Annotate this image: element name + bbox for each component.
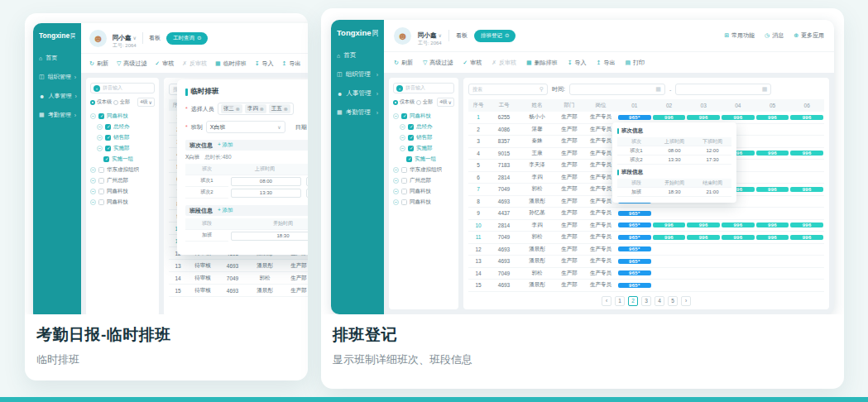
- close-icon[interactable]: ⊗: [260, 106, 264, 112]
- tree-checkbox[interactable]: [406, 156, 412, 162]
- toolbar-button-审核[interactable]: ✓审核: [463, 59, 482, 67]
- toolbar-button-高级过滤[interactable]: ▽高级过滤: [117, 60, 146, 68]
- cell-day[interactable]: [789, 196, 824, 208]
- cell-day[interactable]: [652, 256, 687, 267]
- shift-badge[interactable]: 996: [790, 115, 823, 120]
- cell-day[interactable]: [789, 280, 824, 291]
- cell-day[interactable]: 996: [721, 232, 755, 243]
- nav-label-board[interactable]: 看板: [149, 34, 161, 42]
- table-row[interactable]: 147049郭松生产部生产专员965*: [468, 268, 824, 280]
- cell-day[interactable]: 965*: [617, 256, 652, 267]
- cell-day[interactable]: [755, 124, 790, 136]
- cell-day[interactable]: 996: [652, 232, 687, 243]
- expand-icon[interactable]: −: [393, 178, 399, 184]
- cell-day[interactable]: [652, 280, 687, 291]
- tree-node-销售部[interactable]: −销售部: [90, 132, 155, 143]
- cell-day[interactable]: [755, 136, 790, 147]
- cell-day[interactable]: [652, 208, 687, 219]
- shift-badge[interactable]: 996: [653, 115, 686, 120]
- nav-label-board[interactable]: 看板: [456, 31, 468, 40]
- toolbar-button-临时排班[interactable]: ▦临时排班: [215, 60, 247, 68]
- date-to-input[interactable]: ▦: [675, 84, 771, 95]
- cell-day[interactable]: [755, 172, 790, 184]
- shift-badge[interactable]: 965*: [618, 211, 651, 216]
- tree-checkbox[interactable]: [408, 135, 414, 141]
- table-row[interactable]: 154693潘晨彤生产部生产专员965*: [468, 280, 824, 292]
- cell-day[interactable]: [721, 244, 755, 256]
- shift-badge[interactable]: 965*: [618, 235, 651, 240]
- radio-all[interactable]: [113, 100, 118, 105]
- tree-node-同鑫科技[interactable]: −同鑫科技: [393, 111, 454, 122]
- cell-day[interactable]: 996: [789, 148, 824, 160]
- tree-checkbox[interactable]: [105, 135, 111, 141]
- cell-day[interactable]: [755, 196, 790, 208]
- sidebar-item-首页[interactable]: ⌂首页: [39, 54, 75, 62]
- tree-search-input[interactable]: ‹ 拼音输入: [393, 83, 454, 93]
- user-info[interactable]: 同小鑫 ∨ 工号: 2064: [418, 25, 442, 46]
- tree-node-同鑫科技[interactable]: −同鑫科技: [90, 197, 155, 208]
- person-chip-王五[interactable]: 王五⊗: [269, 104, 290, 113]
- shift-badge[interactable]: 965*: [618, 115, 651, 120]
- cell-day[interactable]: [755, 244, 790, 256]
- shift-badge[interactable]: 965*: [618, 270, 651, 275]
- tree-node-总经办[interactable]: −总经办: [393, 122, 454, 132]
- cell-day[interactable]: 965*: [617, 112, 652, 123]
- shift-badge[interactable]: 965*: [618, 283, 651, 288]
- shift-badge[interactable]: 996: [687, 223, 720, 227]
- expand-icon[interactable]: −: [90, 199, 96, 205]
- tree-checkbox[interactable]: [105, 146, 111, 151]
- time-input[interactable]: 18:30: [231, 232, 308, 241]
- time-input[interactable]: 08:00: [231, 177, 301, 186]
- page-button-1[interactable]: 1: [615, 296, 625, 306]
- shift-badge[interactable]: 996: [756, 115, 789, 120]
- shift-badge[interactable]: 996: [756, 223, 789, 227]
- shift-badge[interactable]: 996: [687, 235, 720, 240]
- cell-day[interactable]: 996: [721, 112, 755, 123]
- expand-icon[interactable]: −: [97, 135, 103, 141]
- table-row[interactable]: 117049郭松生产部生产专员965*996996996996996: [468, 232, 824, 244]
- cell-day[interactable]: [755, 160, 790, 171]
- shift-badge[interactable]: 965*: [618, 223, 651, 227]
- shift-badge[interactable]: 996: [756, 151, 789, 156]
- tree-node-实施一组[interactable]: 实施一组: [393, 154, 454, 165]
- avatar[interactable]: ☻: [394, 27, 411, 45]
- add-shift-button[interactable]: + 添加: [218, 141, 233, 149]
- toolbar-button-导入[interactable]: ↧导入: [255, 60, 274, 68]
- cell-day[interactable]: 996: [652, 112, 687, 123]
- level-select[interactable]: 4级∨: [137, 98, 155, 107]
- sidebar-item-组织管理[interactable]: ◫组织管理›: [39, 73, 75, 81]
- toolbar-button-反审核[interactable]: ✗反审核: [182, 60, 207, 68]
- cell-day[interactable]: 996: [789, 232, 824, 243]
- cell-day[interactable]: [789, 208, 824, 219]
- cell-day[interactable]: [789, 124, 824, 136]
- expand-icon[interactable]: −: [97, 146, 103, 151]
- cell-day[interactable]: [686, 244, 721, 256]
- time-input[interactable]: 13:30: [231, 189, 301, 198]
- shift-select[interactable]: X白班∨: [206, 121, 285, 133]
- tree-node-实施一组[interactable]: 实施一组: [90, 154, 155, 165]
- toolbar-button-反审核[interactable]: ✗反审核: [492, 59, 516, 67]
- person-chips-input[interactable]: 张三⊗李四⊗王五⊗: [218, 103, 294, 115]
- tree-checkbox[interactable]: [401, 113, 407, 119]
- cell-day[interactable]: 965*: [617, 268, 652, 280]
- tree-node-广州总部[interactable]: −广州总部: [393, 175, 454, 186]
- tree-node-实施部[interactable]: −实施部: [90, 143, 155, 154]
- topbar-menu-更多应用[interactable]: ⊕更多应用: [794, 31, 824, 40]
- cell-day[interactable]: [789, 172, 824, 184]
- cell-day[interactable]: [789, 160, 824, 171]
- sidebar-item-组织管理[interactable]: ◫组织管理›: [337, 70, 378, 79]
- cell-day[interactable]: [721, 256, 755, 267]
- expand-icon[interactable]: −: [400, 124, 405, 130]
- shift-badge[interactable]: 996: [653, 223, 686, 227]
- cell-day[interactable]: 996: [755, 184, 790, 195]
- cell-day[interactable]: 996: [686, 232, 721, 243]
- page-button-5[interactable]: 5: [668, 296, 678, 306]
- cell-day[interactable]: 996: [652, 220, 687, 232]
- tree-node-实施部[interactable]: −实施部: [393, 143, 454, 154]
- tree-node-同鑫科技[interactable]: −同鑫科技: [90, 111, 155, 122]
- cell-day[interactable]: [789, 268, 824, 280]
- cell-day[interactable]: [721, 208, 755, 219]
- tree-search-input[interactable]: ‹ 拼音输入: [90, 83, 155, 93]
- cell-day[interactable]: 996: [755, 232, 790, 243]
- radio-this-level[interactable]: [90, 100, 95, 105]
